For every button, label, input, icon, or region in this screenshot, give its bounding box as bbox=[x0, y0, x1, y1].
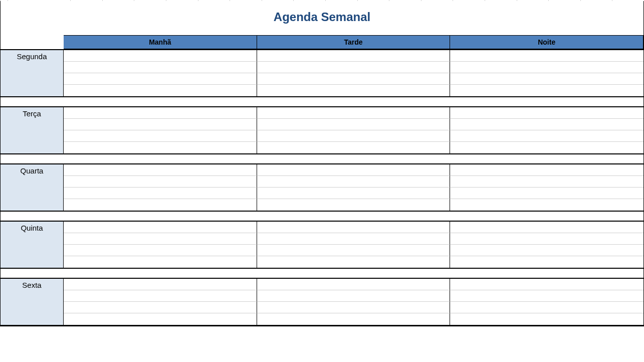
agenda-cell[interactable] bbox=[64, 279, 257, 290]
agenda-cell[interactable] bbox=[450, 279, 643, 290]
agenda-cell[interactable] bbox=[64, 313, 257, 325]
day-grid bbox=[64, 279, 643, 325]
agenda-cell[interactable] bbox=[64, 119, 257, 130]
agenda-cell[interactable] bbox=[450, 188, 643, 199]
day-label: Quarta bbox=[1, 164, 64, 211]
agenda-cell[interactable] bbox=[257, 199, 451, 211]
agenda-cell[interactable] bbox=[257, 85, 451, 96]
day-label: Terça bbox=[1, 107, 64, 153]
agenda-cell[interactable] bbox=[450, 176, 643, 188]
agenda-cell[interactable] bbox=[257, 313, 451, 325]
agenda-cell[interactable] bbox=[450, 85, 643, 96]
agenda-cell[interactable] bbox=[257, 222, 451, 233]
day-gap bbox=[1, 269, 643, 278]
agenda-cell[interactable] bbox=[64, 256, 257, 268]
day-label: Sexta bbox=[1, 279, 64, 325]
agenda-cell[interactable] bbox=[450, 313, 643, 325]
agenda-cell[interactable] bbox=[257, 50, 451, 62]
agenda-cell[interactable] bbox=[450, 233, 643, 245]
day-grid bbox=[64, 50, 643, 96]
agenda-cell[interactable] bbox=[450, 256, 643, 268]
agenda-cell[interactable] bbox=[257, 176, 451, 188]
agenda-cell[interactable] bbox=[450, 107, 643, 119]
day-block: Quinta bbox=[1, 221, 643, 269]
period-header-row: Manhã Tarde Noite bbox=[1, 35, 643, 49]
agenda-cell[interactable] bbox=[257, 188, 451, 199]
agenda-cell[interactable] bbox=[450, 302, 643, 313]
agenda-cell[interactable] bbox=[450, 73, 643, 85]
agenda-cell[interactable] bbox=[450, 142, 643, 153]
day-grid bbox=[64, 107, 643, 153]
agenda-cell[interactable] bbox=[64, 130, 257, 142]
header-spacer bbox=[1, 35, 64, 49]
agenda-cell[interactable] bbox=[64, 188, 257, 199]
day-block: Quarta bbox=[1, 163, 643, 212]
agenda-cell[interactable] bbox=[64, 199, 257, 211]
agenda-cell[interactable] bbox=[64, 142, 257, 153]
day-block: Sexta bbox=[1, 278, 643, 326]
agenda-cell[interactable] bbox=[257, 290, 451, 302]
agenda-cell[interactable] bbox=[257, 233, 451, 245]
day-label: Quinta bbox=[1, 222, 64, 268]
agenda-cell[interactable] bbox=[257, 119, 451, 130]
period-header-night: Noite bbox=[450, 35, 643, 49]
agenda-cell[interactable] bbox=[257, 256, 451, 268]
agenda-cell[interactable] bbox=[64, 85, 257, 96]
agenda-cell[interactable] bbox=[64, 73, 257, 85]
day-gap bbox=[1, 97, 643, 106]
agenda-cell[interactable] bbox=[64, 107, 257, 119]
agenda-cell[interactable] bbox=[257, 130, 451, 142]
agenda-cell[interactable] bbox=[257, 302, 451, 313]
day-block: Segunda bbox=[1, 49, 643, 97]
period-header-afternoon: Tarde bbox=[257, 35, 451, 49]
day-grid bbox=[64, 222, 643, 268]
agenda-cell[interactable] bbox=[450, 199, 643, 211]
agenda-cell[interactable] bbox=[64, 164, 257, 176]
agenda-cell[interactable] bbox=[64, 290, 257, 302]
agenda-cell[interactable] bbox=[64, 302, 257, 313]
agenda-cell[interactable] bbox=[257, 279, 451, 290]
agenda-cell[interactable] bbox=[450, 222, 643, 233]
agenda-cell[interactable] bbox=[257, 107, 451, 119]
day-label: Segunda bbox=[1, 50, 64, 96]
day-gap bbox=[1, 212, 643, 221]
agenda-cell[interactable] bbox=[64, 176, 257, 188]
agenda-cell[interactable] bbox=[257, 73, 451, 85]
agenda-cell[interactable] bbox=[257, 245, 451, 256]
agenda-cell[interactable] bbox=[450, 119, 643, 130]
day-grid bbox=[64, 164, 643, 211]
agenda-cell[interactable] bbox=[257, 164, 451, 176]
agenda-cell[interactable] bbox=[64, 222, 257, 233]
agenda-cell[interactable] bbox=[257, 142, 451, 153]
agenda-cell[interactable] bbox=[450, 290, 643, 302]
agenda-cell[interactable] bbox=[257, 62, 451, 73]
agenda-cell[interactable] bbox=[450, 245, 643, 256]
day-block: Terça bbox=[1, 106, 643, 154]
agenda-cell[interactable] bbox=[450, 62, 643, 73]
agenda-cell[interactable] bbox=[64, 233, 257, 245]
page-title: Agenda Semanal bbox=[1, 1, 643, 35]
agenda-cell[interactable] bbox=[64, 62, 257, 73]
agenda-cell[interactable] bbox=[450, 164, 643, 176]
agenda-cell[interactable] bbox=[64, 50, 257, 62]
agenda-cell[interactable] bbox=[450, 130, 643, 142]
agenda-cell[interactable] bbox=[64, 245, 257, 256]
day-gap bbox=[1, 154, 643, 163]
period-header-morning: Manhã bbox=[64, 35, 257, 49]
agenda-cell[interactable] bbox=[450, 50, 643, 62]
